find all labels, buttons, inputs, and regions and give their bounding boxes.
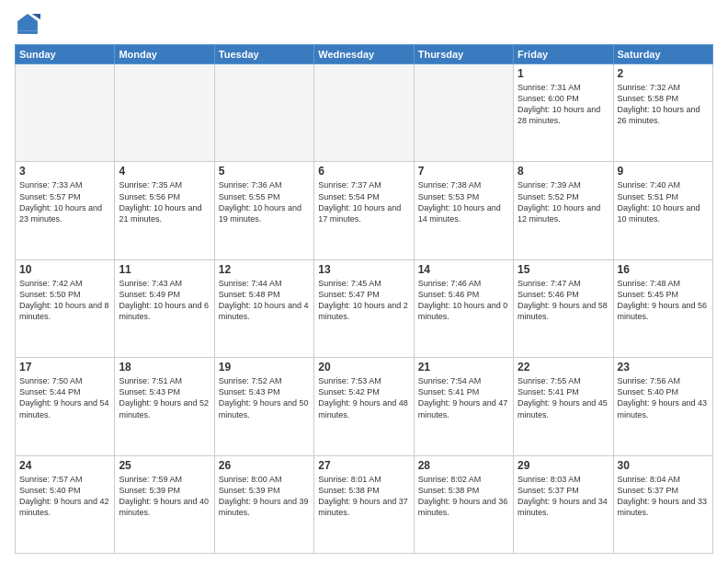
day-info: Sunrise: 7:52 AM Sunset: 5:43 PM Dayligh… bbox=[219, 375, 310, 420]
day-number: 17 bbox=[19, 361, 110, 373]
day-info: Sunrise: 7:31 AM Sunset: 6:00 PM Dayligh… bbox=[518, 82, 609, 127]
svg-marker-0 bbox=[17, 14, 38, 31]
calendar-cell: 4Sunrise: 7:35 AM Sunset: 5:56 PM Daylig… bbox=[115, 162, 214, 259]
calendar: SundayMondayTuesdayWednesdayThursdayFrid… bbox=[15, 44, 713, 554]
calendar-week-row: 3Sunrise: 7:33 AM Sunset: 5:57 PM Daylig… bbox=[16, 162, 713, 259]
day-number: 24 bbox=[19, 459, 110, 472]
calendar-cell: 11Sunrise: 7:43 AM Sunset: 5:49 PM Dayli… bbox=[115, 259, 214, 357]
day-info: Sunrise: 8:02 AM Sunset: 5:38 PM Dayligh… bbox=[418, 474, 509, 519]
day-info: Sunrise: 7:48 AM Sunset: 5:45 PM Dayligh… bbox=[618, 278, 709, 323]
day-info: Sunrise: 7:35 AM Sunset: 5:56 PM Dayligh… bbox=[119, 179, 210, 224]
calendar-cell: 9Sunrise: 7:40 AM Sunset: 5:51 PM Daylig… bbox=[613, 162, 712, 259]
calendar-cell: 13Sunrise: 7:45 AM Sunset: 5:47 PM Dayli… bbox=[314, 259, 414, 357]
header bbox=[15, 11, 713, 37]
day-number: 18 bbox=[119, 361, 210, 373]
day-info: Sunrise: 7:54 AM Sunset: 5:41 PM Dayligh… bbox=[418, 375, 509, 420]
day-info: Sunrise: 7:33 AM Sunset: 5:57 PM Dayligh… bbox=[19, 179, 110, 224]
calendar-cell: 2Sunrise: 7:32 AM Sunset: 5:58 PM Daylig… bbox=[613, 64, 712, 162]
calendar-week-row: 10Sunrise: 7:42 AM Sunset: 5:50 PM Dayli… bbox=[16, 259, 713, 357]
day-number: 16 bbox=[618, 263, 709, 276]
day-number: 5 bbox=[219, 165, 310, 178]
day-info: Sunrise: 7:53 AM Sunset: 5:42 PM Dayligh… bbox=[318, 375, 409, 420]
calendar-cell: 21Sunrise: 7:54 AM Sunset: 5:41 PM Dayli… bbox=[414, 358, 513, 455]
calendar-cell: 25Sunrise: 7:59 AM Sunset: 5:39 PM Dayli… bbox=[115, 455, 214, 553]
calendar-header-row: SundayMondayTuesdayWednesdayThursdayFrid… bbox=[16, 45, 713, 64]
day-info: Sunrise: 8:01 AM Sunset: 5:38 PM Dayligh… bbox=[318, 474, 409, 519]
day-number: 21 bbox=[418, 361, 509, 373]
calendar-cell: 23Sunrise: 7:56 AM Sunset: 5:40 PM Dayli… bbox=[613, 358, 712, 455]
day-number: 1 bbox=[518, 67, 609, 80]
logo bbox=[15, 11, 44, 37]
day-info: Sunrise: 7:45 AM Sunset: 5:47 PM Dayligh… bbox=[318, 278, 409, 323]
day-info: Sunrise: 7:32 AM Sunset: 5:58 PM Dayligh… bbox=[618, 82, 709, 127]
calendar-cell: 30Sunrise: 8:04 AM Sunset: 5:37 PM Dayli… bbox=[613, 455, 712, 553]
day-info: Sunrise: 7:37 AM Sunset: 5:54 PM Dayligh… bbox=[318, 179, 409, 224]
day-info: Sunrise: 7:40 AM Sunset: 5:51 PM Dayligh… bbox=[618, 179, 709, 224]
day-info: Sunrise: 7:46 AM Sunset: 5:46 PM Dayligh… bbox=[418, 278, 509, 323]
day-number: 9 bbox=[618, 165, 709, 178]
calendar-cell: 24Sunrise: 7:57 AM Sunset: 5:40 PM Dayli… bbox=[16, 455, 115, 553]
day-number: 20 bbox=[318, 361, 409, 373]
calendar-cell: 10Sunrise: 7:42 AM Sunset: 5:50 PM Dayli… bbox=[16, 259, 115, 357]
calendar-cell: 28Sunrise: 8:02 AM Sunset: 5:38 PM Dayli… bbox=[414, 455, 513, 553]
day-number: 13 bbox=[318, 263, 409, 276]
calendar-week-row: 24Sunrise: 7:57 AM Sunset: 5:40 PM Dayli… bbox=[16, 455, 713, 553]
day-info: Sunrise: 7:42 AM Sunset: 5:50 PM Dayligh… bbox=[19, 278, 110, 323]
day-number: 15 bbox=[518, 263, 609, 276]
day-number: 10 bbox=[19, 263, 110, 276]
col-header-thursday: Thursday bbox=[414, 45, 513, 64]
calendar-cell: 12Sunrise: 7:44 AM Sunset: 5:48 PM Dayli… bbox=[214, 259, 313, 357]
day-info: Sunrise: 7:39 AM Sunset: 5:52 PM Dayligh… bbox=[518, 179, 609, 224]
day-number: 3 bbox=[19, 165, 110, 178]
col-header-saturday: Saturday bbox=[613, 45, 712, 64]
day-number: 12 bbox=[219, 263, 310, 276]
calendar-table: SundayMondayTuesdayWednesdayThursdayFrid… bbox=[15, 44, 713, 554]
calendar-cell: 3Sunrise: 7:33 AM Sunset: 5:57 PM Daylig… bbox=[16, 162, 115, 259]
day-number: 7 bbox=[418, 165, 509, 178]
day-info: Sunrise: 7:57 AM Sunset: 5:40 PM Dayligh… bbox=[19, 474, 110, 519]
calendar-cell: 22Sunrise: 7:55 AM Sunset: 5:41 PM Dayli… bbox=[514, 358, 613, 455]
calendar-cell bbox=[16, 64, 115, 162]
col-header-sunday: Sunday bbox=[16, 45, 115, 64]
day-info: Sunrise: 7:50 AM Sunset: 5:44 PM Dayligh… bbox=[19, 375, 110, 420]
day-number: 2 bbox=[618, 67, 709, 80]
calendar-cell bbox=[314, 64, 414, 162]
day-info: Sunrise: 7:36 AM Sunset: 5:55 PM Dayligh… bbox=[219, 179, 310, 224]
day-number: 26 bbox=[219, 459, 310, 472]
calendar-week-row: 1Sunrise: 7:31 AM Sunset: 6:00 PM Daylig… bbox=[16, 64, 713, 162]
calendar-cell bbox=[115, 64, 214, 162]
day-number: 25 bbox=[119, 459, 210, 472]
day-info: Sunrise: 8:00 AM Sunset: 5:39 PM Dayligh… bbox=[219, 474, 310, 519]
calendar-cell: 20Sunrise: 7:53 AM Sunset: 5:42 PM Dayli… bbox=[314, 358, 414, 455]
calendar-cell: 29Sunrise: 8:03 AM Sunset: 5:37 PM Dayli… bbox=[514, 455, 613, 553]
calendar-cell: 26Sunrise: 8:00 AM Sunset: 5:39 PM Dayli… bbox=[214, 455, 313, 553]
day-number: 22 bbox=[518, 361, 609, 373]
calendar-cell bbox=[214, 64, 313, 162]
col-header-friday: Friday bbox=[514, 45, 613, 64]
day-number: 6 bbox=[318, 165, 409, 178]
day-number: 11 bbox=[119, 263, 210, 276]
day-number: 19 bbox=[219, 361, 310, 373]
calendar-week-row: 17Sunrise: 7:50 AM Sunset: 5:44 PM Dayli… bbox=[16, 358, 713, 455]
calendar-cell bbox=[414, 64, 513, 162]
col-header-wednesday: Wednesday bbox=[314, 45, 414, 64]
calendar-cell: 16Sunrise: 7:48 AM Sunset: 5:45 PM Dayli… bbox=[613, 259, 712, 357]
day-number: 14 bbox=[418, 263, 509, 276]
day-number: 29 bbox=[518, 459, 609, 472]
calendar-cell: 5Sunrise: 7:36 AM Sunset: 5:55 PM Daylig… bbox=[214, 162, 313, 259]
day-number: 27 bbox=[318, 459, 409, 472]
calendar-cell: 18Sunrise: 7:51 AM Sunset: 5:43 PM Dayli… bbox=[115, 358, 214, 455]
day-number: 28 bbox=[418, 459, 509, 472]
day-info: Sunrise: 7:38 AM Sunset: 5:53 PM Dayligh… bbox=[418, 179, 509, 224]
calendar-cell: 14Sunrise: 7:46 AM Sunset: 5:46 PM Dayli… bbox=[414, 259, 513, 357]
day-number: 23 bbox=[618, 361, 709, 373]
page: SundayMondayTuesdayWednesdayThursdayFrid… bbox=[0, 0, 728, 563]
day-number: 4 bbox=[119, 165, 210, 178]
calendar-cell: 8Sunrise: 7:39 AM Sunset: 5:52 PM Daylig… bbox=[514, 162, 613, 259]
day-number: 30 bbox=[618, 459, 709, 472]
day-info: Sunrise: 7:43 AM Sunset: 5:49 PM Dayligh… bbox=[119, 278, 210, 323]
calendar-cell: 17Sunrise: 7:50 AM Sunset: 5:44 PM Dayli… bbox=[16, 358, 115, 455]
day-number: 8 bbox=[518, 165, 609, 178]
day-info: Sunrise: 7:59 AM Sunset: 5:39 PM Dayligh… bbox=[119, 474, 210, 519]
day-info: Sunrise: 8:04 AM Sunset: 5:37 PM Dayligh… bbox=[618, 474, 709, 519]
